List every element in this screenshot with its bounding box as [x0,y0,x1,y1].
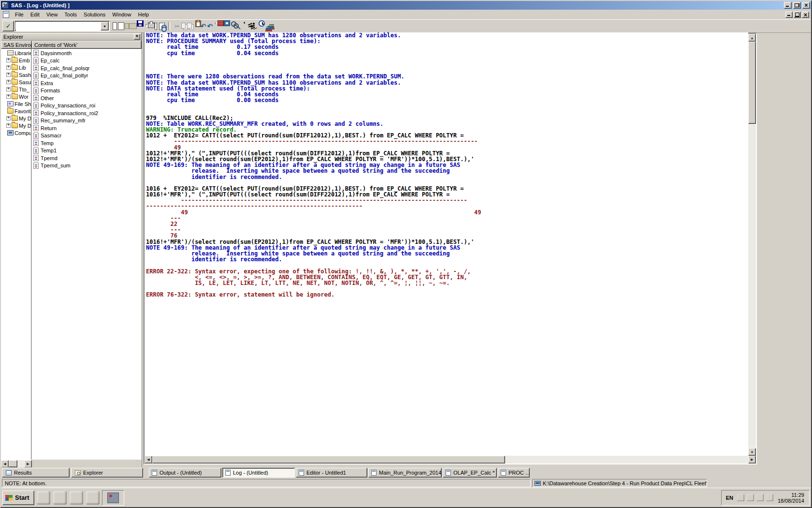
expander-plus-icon[interactable] [6,80,11,84]
explorer-hscrollbar[interactable]: ◀ ▶ [1,460,32,467]
list-item[interactable]: Extra [32,79,142,87]
list-item[interactable]: Ep_calc_final_poltyr [32,72,142,80]
expander-plus-icon[interactable] [6,94,11,99]
list-item[interactable]: Temp1 [32,147,142,155]
menu-item[interactable]: Tools [61,10,80,19]
list-item[interactable]: Tpernd_sum [32,162,142,170]
toolbar-button[interactable] [155,20,167,32]
list-item[interactable]: Policy_transactions_roi [32,102,142,110]
tree-item[interactable]: Sash [1,71,31,78]
sas-app-icon[interactable] [2,2,9,9]
toolbar-button[interactable] [218,20,224,26]
tree-column-header[interactable]: SAS Environm [1,41,32,49]
scroll-up-icon[interactable]: ▲ [748,34,756,42]
tray-icon-1[interactable] [737,494,744,501]
toolbar-button[interactable] [224,20,230,26]
close-button[interactable] [802,2,810,9]
tray-icon-4[interactable] [766,494,773,501]
desktop-icon[interactable] [37,491,50,505]
sas-taskbar-button[interactable] [102,490,124,506]
restore-button[interactable] [793,2,801,9]
expander-plus-icon[interactable] [6,58,11,62]
menu-item[interactable]: View [43,10,61,19]
list-item[interactable]: Return [32,124,142,132]
tree-item[interactable]: Libraries [1,49,31,57]
toolbar-button[interactable] [137,20,144,27]
list-item[interactable]: Rec_summary_mfr [32,117,142,125]
browser-icon[interactable] [86,491,100,505]
command-check-button[interactable] [2,21,14,31]
scroll-down-icon[interactable]: ▼ [748,448,756,456]
tree-item[interactable]: My D [1,115,31,122]
command-bar[interactable]: ▼ [15,21,110,31]
menu-item[interactable]: Edit [27,10,43,19]
scroll-thumb[interactable] [9,460,17,467]
explorer-close-icon[interactable] [134,34,140,40]
mail-icon[interactable] [53,491,67,505]
mdi-minimize-button[interactable] [785,12,793,18]
dock-tab-results[interactable]: Results [2,468,70,478]
tree-item[interactable]: Lib [1,64,31,71]
document-icon[interactable] [70,491,83,505]
tree-item[interactable]: Sasu [1,78,31,86]
toolbar-button[interactable] [113,20,125,32]
mdi-document-icon[interactable] [3,11,9,18]
menu-item[interactable]: File [12,10,27,19]
scroll-right-icon[interactable]: ▶ [748,456,756,463]
explorer-tree[interactable]: Libraries Emb Lib [1,49,32,460]
log-content[interactable]: NOTE: The data set WORK.TPERND_SUM has 1… [145,32,748,454]
log-hscrollbar[interactable]: ◀ ▶ [145,456,756,463]
expander-plus-icon[interactable] [6,116,11,120]
expander-plus-icon[interactable] [6,123,11,128]
list-item[interactable]: Other [32,94,142,102]
mdi-close-button[interactable] [802,12,809,18]
log-vscrollbar[interactable]: ▲ ▼ [748,34,756,456]
toolbar-button[interactable] [183,20,195,32]
expander-plus-icon[interactable] [6,65,11,70]
tree-item[interactable]: Compute [1,129,31,136]
toolbar-button[interactable] [246,20,259,32]
window-tab[interactable]: OLAP_EP_Calc * [443,468,497,478]
mdi-restore-button[interactable] [794,12,801,18]
menu-item[interactable]: Window [109,10,134,19]
menu-item[interactable]: Help [134,10,152,19]
tree-item[interactable]: Wor [1,93,31,100]
scroll-right-icon[interactable]: ▶ [24,460,32,468]
expander-plus-icon[interactable] [6,87,11,91]
scroll-thumb[interactable] [748,42,756,124]
window-tab[interactable]: PROC ... [498,468,530,478]
list-item[interactable]: Temp [32,139,142,147]
list-item[interactable]: Daysinmonth [32,49,142,57]
command-input[interactable] [15,22,101,30]
tree-item[interactable]: File Shor [1,100,31,107]
window-tab[interactable]: Output - (Untitled) [149,468,221,478]
toolbar-button[interactable] [148,22,155,27]
title-bar[interactable]: SAS - [Log - (Untitled) ] [1,1,811,10]
minimize-button[interactable] [784,2,792,9]
tree-item[interactable]: Favorite [1,107,31,115]
tree-item[interactable]: Tto_ [1,86,31,93]
window-tab[interactable]: Main_Run_Program_2014 [368,468,442,478]
list-column-header[interactable]: Contents of 'Work' [32,41,142,49]
tray-icon-3[interactable] [756,494,764,501]
list-item[interactable]: Tpernd [32,154,142,162]
scroll-thumb[interactable] [152,456,505,463]
list-item[interactable]: Policy_transactions_roi2 [32,109,142,117]
taskbar-clock[interactable]: 11:29 18/08/2014 [776,492,806,504]
menu-item[interactable]: Solutions [80,10,109,19]
toolbar-button[interactable] [230,20,242,32]
tree-item[interactable]: My D [1,122,31,129]
toolbar-button[interactable] [265,20,277,32]
window-tab[interactable]: Editor - Untitled1 [296,468,367,478]
scroll-left-icon[interactable]: ◀ [1,460,9,468]
list-item[interactable]: Formats [32,87,142,95]
dock-tab-explorer[interactable]: Explorer [71,468,143,478]
toolbar-button[interactable] [259,20,265,27]
list-item[interactable]: Ep_calc [32,57,142,65]
toolbar-button[interactable] [125,20,137,32]
list-item[interactable]: Ep_calc_final_polsqr [32,64,142,72]
expander-plus-icon[interactable] [6,73,11,77]
command-dropdown-button[interactable]: ▼ [101,22,109,30]
window-tab[interactable]: Log - (Untitled) [222,468,295,478]
tree-item[interactable]: Emb [1,57,31,64]
